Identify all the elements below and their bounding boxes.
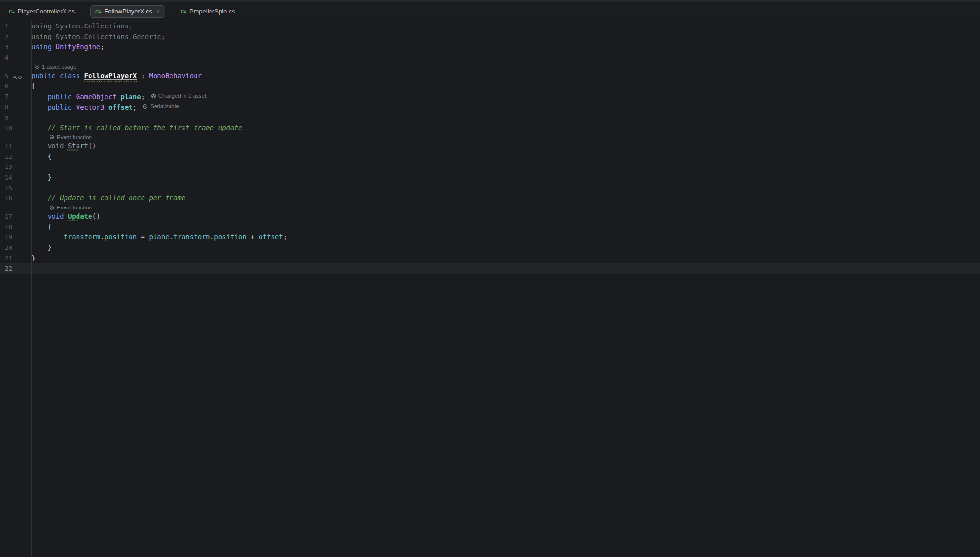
line-number[interactable]: 7 (0, 91, 31, 102)
code-line-16[interactable]: 16 // Update is called once per frame (0, 193, 980, 204)
token: { (31, 82, 35, 90)
line-number[interactable]: 3 (0, 42, 31, 52)
line-number[interactable]: 8 (0, 102, 31, 113)
code-line-2[interactable]: 2using System.Collections.Generic; (0, 32, 980, 42)
code-text[interactable]: void Start() (31, 141, 980, 152)
line-number[interactable]: 21 (0, 253, 31, 264)
line-number[interactable]: 10 (0, 123, 31, 133)
code-line-6[interactable]: 6{ (0, 81, 980, 91)
line-number[interactable]: 11 (0, 141, 31, 152)
code-text[interactable]: public Vector3 offset;Serializable (31, 102, 980, 113)
code-line-14[interactable]: 14 } (0, 172, 980, 183)
inline-inlay-hint[interactable]: Changed in 1 asset (151, 91, 206, 102)
code-text[interactable]: { (31, 81, 980, 91)
line-number[interactable]: 9 (0, 113, 31, 123)
csharp-file-icon: C# (181, 9, 186, 14)
csharp-file-icon: C# (95, 9, 101, 14)
code-line-11[interactable]: 11 void Start() (0, 141, 980, 152)
inlay-hint[interactable]: Event function (31, 204, 92, 211)
code-line-8[interactable]: 8 public Vector3 offset;Serializable (0, 102, 980, 113)
line-number[interactable]: 17 (0, 211, 31, 222)
line-number[interactable]: 2 (0, 32, 31, 42)
tab-followplayerx-cs[interactable]: C#FollowPlayerX.cs× (90, 5, 165, 18)
code-text[interactable]: using System.Collections; (31, 21, 980, 32)
line-number[interactable]: 14 (0, 172, 31, 183)
line-number[interactable]: 20 (0, 243, 31, 253)
token: public (48, 104, 76, 111)
inlay-hint[interactable]: 1 asset usage (31, 63, 77, 71)
code-text[interactable] (31, 162, 980, 172)
code-text[interactable]: using UnityEngine; (31, 42, 980, 52)
code-text[interactable]: { (31, 222, 980, 233)
line-number[interactable]: 18 (0, 222, 31, 233)
code-text[interactable]: } (31, 172, 980, 183)
code-line-15[interactable]: 15 (0, 183, 980, 194)
code-line-4[interactable]: 4 (0, 52, 980, 63)
code-text[interactable]: } (31, 253, 980, 264)
line-number[interactable]: 15 (0, 183, 31, 194)
code-text[interactable] (31, 113, 980, 123)
code-line-21[interactable]: 21} (0, 253, 980, 264)
code-line-9[interactable]: 9 (0, 113, 980, 123)
code-text[interactable] (31, 183, 980, 194)
token: Update (68, 212, 92, 220)
token: void (48, 142, 68, 150)
code-text[interactable] (31, 52, 980, 63)
code-line-13[interactable]: 13 (0, 162, 980, 172)
gutter (0, 133, 31, 141)
code-text[interactable]: public GameObject plane;Changed in 1 ass… (31, 91, 980, 102)
line-number[interactable]: 5 (0, 71, 31, 81)
inlay-hint[interactable]: Event function (31, 133, 92, 141)
code-text[interactable]: // Start is called before the first fram… (31, 123, 980, 133)
unity-icon (151, 93, 156, 99)
token: void (48, 212, 68, 220)
token: : (137, 72, 149, 79)
code-text[interactable]: } (31, 243, 980, 253)
token (31, 233, 64, 241)
code-text[interactable]: using System.Collections.Generic; (31, 32, 980, 42)
tab-close-icon[interactable]: × (156, 8, 160, 14)
token: UnityEngine (56, 43, 101, 51)
code-text[interactable]: void Update() (31, 211, 980, 222)
code-line-3[interactable]: 3using UnityEngine; (0, 42, 980, 52)
line-number[interactable]: 22 (0, 263, 31, 274)
code-text[interactable]: transform.position = plane.transform.pos… (31, 232, 980, 243)
code-line-20[interactable]: 20 } (0, 243, 980, 253)
token: using System.Collections; (31, 22, 133, 30)
line-number[interactable]: 13 (0, 162, 31, 172)
token: { (31, 153, 52, 160)
code-line-17[interactable]: 17 void Update() (0, 211, 980, 222)
line-number[interactable]: 6 (0, 81, 31, 91)
code-line-10[interactable]: 10 // Start is called before the first f… (0, 123, 980, 133)
code-line-7[interactable]: 7 public GameObject plane;Changed in 1 a… (0, 91, 980, 102)
inlay-hint-text: Changed in 1 asset (158, 91, 206, 102)
inline-inlay-hint[interactable]: Serializable (143, 102, 179, 112)
code-text[interactable]: // Update is called once per frame (31, 193, 980, 204)
tab-playercontrollerx-cs[interactable]: C#PlayerControllerX.cs (4, 6, 79, 17)
token: position (105, 233, 137, 241)
code-editor[interactable]: 1using System.Collections;2using System.… (0, 21, 980, 557)
unity-icon (143, 104, 148, 109)
token: public (48, 93, 76, 101)
line-number[interactable]: 19 (0, 232, 31, 243)
code-line-18[interactable]: 18 { (0, 222, 980, 233)
code-text[interactable]: { (31, 152, 980, 162)
token: FollowPlayerX (84, 72, 137, 80)
ring-icon[interactable] (18, 76, 22, 79)
inlay-hint-text: Event function (57, 133, 92, 141)
code-text[interactable] (31, 263, 980, 274)
line-number[interactable]: 16 (0, 193, 31, 204)
code-line-12[interactable]: 12 { (0, 152, 980, 162)
token: GameObject (76, 93, 121, 101)
tab-propellerspin-cs[interactable]: C#PropellerSpin.cs (176, 6, 240, 17)
code-line-5[interactable]: 5public class FollowPlayerX : MonoBehavi… (0, 71, 980, 81)
token: = (137, 233, 149, 241)
code-line-19[interactable]: 19 transform.position = plane.transform.… (0, 232, 980, 243)
current-line-highlight[interactable]: 22 (0, 263, 980, 274)
line-number[interactable]: 1 (0, 21, 31, 32)
ide-window: C#PlayerControllerX.csC#FollowPlayerX.cs… (0, 0, 980, 557)
line-number[interactable]: 4 (0, 52, 31, 63)
line-number[interactable]: 12 (0, 152, 31, 162)
code-line-1[interactable]: 1using System.Collections; (0, 21, 980, 32)
code-text[interactable]: public class FollowPlayerX : MonoBehavio… (31, 71, 980, 81)
